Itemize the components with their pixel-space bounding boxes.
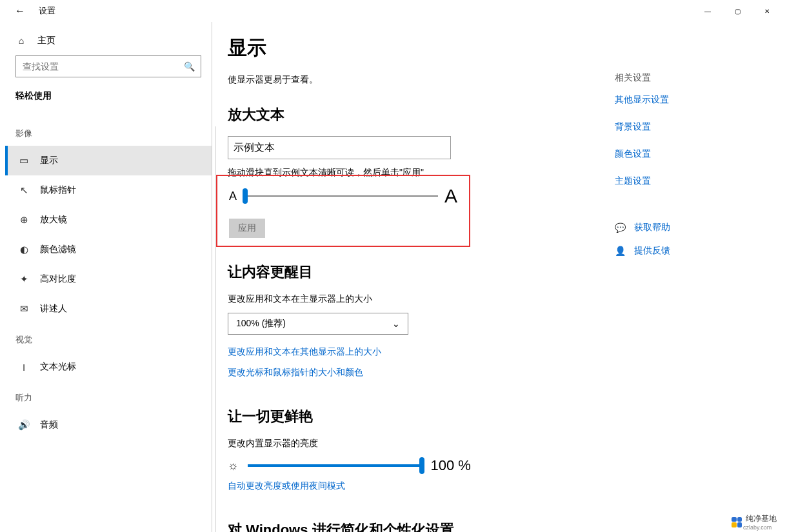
big-a-icon: A [444, 185, 457, 207]
sample-text: 示例文本 [234, 141, 275, 155]
sidebar-group-label: 听力 [5, 382, 212, 410]
sidebar-item-label: 高对比度 [40, 273, 76, 285]
watermark-brand: 纯净基地 [746, 513, 777, 524]
watermark-sub: czlaby.com [743, 524, 777, 531]
sidebar-item-label: 音频 [40, 419, 58, 431]
help-link: 获取帮助 [634, 222, 670, 233]
sidebar-item-magnifier[interactable]: ⊕ 放大镜 [5, 205, 212, 235]
sidebar-item-high-contrast[interactable]: ✦ 高对比度 [5, 264, 212, 294]
watermark-logo [732, 517, 742, 527]
link-theme-settings[interactable]: 主题设置 [615, 175, 782, 187]
watermark: 纯净基地 czlaby.com [732, 513, 777, 531]
slider-thumb[interactable] [243, 188, 248, 204]
chevron-down-icon: ⌄ [392, 319, 400, 329]
page-subtitle: 使显示器更易于查看。 [228, 74, 589, 86]
link-other-display-settings[interactable]: 其他显示设置 [615, 94, 782, 106]
brightness-label: 更改内置显示器的亮度 [228, 438, 589, 449]
settings-window: ← 设置 — ▢ ✕ ⌂ 主页 🔍 轻松使用 影像 [5, 0, 782, 532]
text-cursor-icon: I [18, 362, 30, 373]
brightness-value: 100 % [431, 457, 471, 474]
link-other-displays[interactable]: 更改应用和文本在其他显示器上的大小 [228, 346, 589, 358]
page-title: 显示 [228, 35, 589, 61]
right-pane: 相关设置 其他显示设置 背景设置 颜色设置 主题设置 💬 获取帮助 👤 提供反馈 [615, 35, 782, 532]
related-settings-title: 相关设置 [615, 72, 782, 84]
window-body: ⌂ 主页 🔍 轻松使用 影像 ▭ 显示 ↖ 鼠标指针 ⊕ [5, 22, 782, 532]
link-background-settings[interactable]: 背景设置 [615, 121, 782, 133]
search-box: 🔍 [15, 55, 201, 77]
section-content-prominent: 让内容更醒目 [228, 262, 589, 282]
monitor-icon: ▭ [18, 155, 30, 166]
sidebar-item-display[interactable]: ▭ 显示 [5, 146, 212, 175]
help-row[interactable]: 💬 获取帮助 [615, 222, 782, 233]
sidebar-item-label: 显示 [40, 155, 58, 166]
contrast-icon: ✦ [18, 273, 30, 285]
sidebar-item-label: 文本光标 [40, 361, 76, 373]
sidebar-group-label: 视觉 [5, 324, 212, 352]
sidebar-item-color-filters[interactable]: ◐ 颜色滤镜 [5, 235, 212, 264]
content-column: 显示 使显示器更易于查看。 放大文本 示例文本 拖动滑块直到示例文本清晰可读，然… [228, 35, 589, 532]
maximize-button[interactable]: ▢ [722, 0, 752, 22]
section-enlarge-text: 放大文本 [228, 105, 589, 124]
brightness-row: ☼ 100 % [228, 457, 589, 474]
scale-value: 100% (推荐) [236, 318, 286, 330]
back-button[interactable]: ← [5, 0, 35, 22]
search-input[interactable] [15, 55, 201, 77]
link-cursor-size[interactable]: 更改光标和鼠标指针的大小和颜色 [228, 367, 589, 379]
sample-text-box: 示例文本 [228, 136, 451, 159]
speaker-icon: 🔊 [18, 419, 30, 431]
sidebar-home[interactable]: ⌂ 主页 [5, 22, 212, 55]
feedback-link: 提供反馈 [634, 245, 670, 257]
sidebar-home-label: 主页 [37, 35, 55, 46]
text-size-slider[interactable] [243, 195, 438, 197]
highlight-box: A A 应用 [216, 175, 470, 247]
sun-icon: ☼ [228, 459, 239, 473]
sidebar-item-text-cursor[interactable]: I 文本光标 [5, 352, 212, 382]
sidebar-item-label: 讲述人 [40, 303, 67, 315]
help-icon: 💬 [615, 222, 625, 233]
sidebar-item-label: 放大镜 [40, 214, 67, 226]
home-icon: ⌂ [15, 35, 27, 46]
scale-dropdown[interactable]: 100% (推荐) ⌄ [228, 313, 408, 335]
titlebar: ← 设置 — ▢ ✕ [5, 0, 782, 22]
section-personalize: 对 Windows 进行简化和个性化设置 [228, 520, 589, 532]
sidebar: ⌂ 主页 🔍 轻松使用 影像 ▭ 显示 ↖ 鼠标指针 ⊕ [5, 22, 212, 532]
sidebar-section-title: 轻松使用 [5, 90, 212, 117]
scale-label: 更改应用和文本在主显示器上的大小 [228, 293, 589, 305]
close-button[interactable]: ✕ [752, 0, 782, 22]
speech-icon: ✉ [18, 303, 30, 315]
magnifier-icon: ⊕ [18, 214, 30, 226]
back-icon: ← [15, 5, 25, 17]
minimize-button[interactable]: — [693, 0, 722, 22]
link-color-settings[interactable]: 颜色设置 [615, 148, 782, 160]
palette-icon: ◐ [18, 244, 30, 255]
feedback-icon: 👤 [615, 246, 625, 256]
sidebar-item-audio[interactable]: 🔊 音频 [5, 410, 212, 440]
text-size-slider-row: A A [229, 185, 457, 207]
brightness-slider[interactable] [248, 464, 422, 467]
link-night-mode[interactable]: 自动更改亮度或使用夜间模式 [228, 480, 589, 492]
cursor-icon: ↖ [18, 184, 30, 196]
search-wrap: 🔍 [5, 55, 212, 90]
window-title: 设置 [35, 5, 55, 17]
feedback-row[interactable]: 👤 提供反馈 [615, 245, 782, 257]
sidebar-item-label: 鼠标指针 [40, 184, 76, 196]
search-icon: 🔍 [184, 61, 195, 72]
main-area: 显示 使显示器更易于查看。 放大文本 示例文本 拖动滑块直到示例文本清晰可读，然… [212, 22, 782, 532]
sidebar-group-label: 影像 [5, 117, 212, 146]
window-controls: — ▢ ✕ [693, 0, 782, 22]
sidebar-item-mouse-pointer[interactable]: ↖ 鼠标指针 [5, 175, 212, 205]
sidebar-item-label: 颜色滤镜 [40, 244, 76, 255]
section-vivid: 让一切更鲜艳 [228, 407, 589, 426]
sidebar-item-narrator[interactable]: ✉ 讲述人 [5, 294, 212, 324]
small-a-icon: A [229, 190, 237, 203]
apply-button[interactable]: 应用 [229, 219, 265, 238]
brightness-thumb[interactable] [419, 457, 424, 474]
